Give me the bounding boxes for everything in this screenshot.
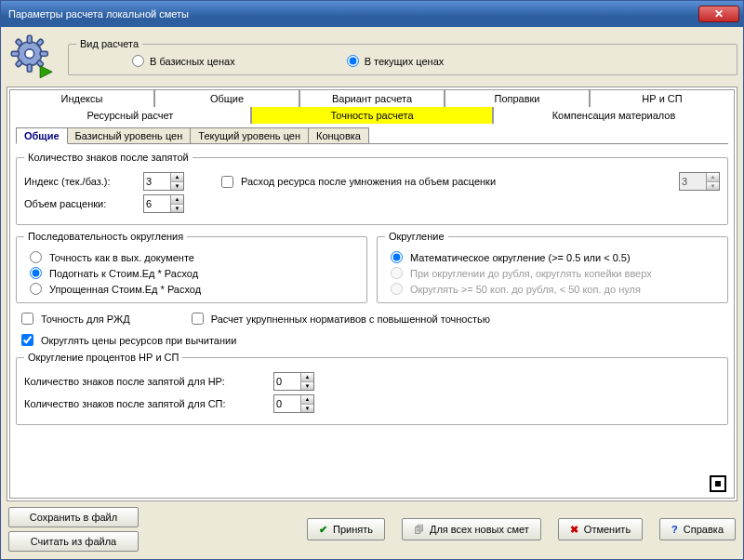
chk-ukrupn[interactable]: Расчет укрупненных нормативов с повышенн… — [192, 313, 490, 325]
tab-general[interactable]: Общие — [154, 89, 299, 107]
calc-type-basic[interactable]: В базисных ценах — [132, 55, 235, 67]
app-window: Параметры расчета локальной сметы ✕ — [0, 0, 744, 560]
seq-opt2[interactable]: Подогнать к Стоим.Ед * Расход — [30, 267, 359, 279]
nr-sp-fieldset: Округление процентов НР и СП Количество … — [16, 352, 728, 425]
question-icon: ? — [671, 524, 678, 535]
volume-spinner[interactable]: ▲▼ — [143, 194, 184, 213]
help-button[interactable]: ?Справка — [659, 518, 736, 540]
index-label: Индекс (тек./баз.): — [24, 176, 136, 187]
chk-round-prices[interactable]: Округлять цены ресурсов при вычитании — [21, 334, 728, 346]
window-title: Параметры расчета локальной сметы — [8, 8, 698, 20]
close-button[interactable]: ✕ — [698, 6, 739, 22]
round-opt1[interactable]: Математическое округление (>= 0.5 или < … — [391, 251, 720, 263]
round-opt2: При округлении до рубля, округлять копей… — [391, 267, 720, 279]
svg-rect-8 — [15, 60, 22, 67]
resource-spinner: ▲▼ — [679, 172, 720, 191]
document-icon: 🗐 — [414, 524, 424, 535]
subtab-basic-level[interactable]: Базисный уровень цен — [67, 127, 192, 143]
nr-label: Количество знаков после запятой для НР: — [24, 376, 266, 387]
nr-spinner[interactable]: ▲▼ — [273, 372, 314, 391]
accept-button[interactable]: ✔Принять — [307, 518, 385, 540]
index-spinner[interactable]: ▲▼ — [143, 172, 184, 191]
sp-label: Количество знаков после запятой для СП: — [24, 398, 266, 409]
rounding-seq-fieldset: Последовательность округления Точность к… — [16, 231, 367, 303]
tab-compensation[interactable]: Компенсация материалов — [493, 107, 735, 124]
subtab-current-level[interactable]: Текущий уровень цен — [190, 127, 309, 143]
for-all-new-button[interactable]: 🗐Для всех новых смет — [402, 518, 541, 540]
chk-rzhd[interactable]: Точность для РЖД — [21, 313, 130, 325]
main-tab-row2: Ресурсный расчет Точность расчета Компен… — [9, 107, 735, 124]
svg-marker-10 — [40, 66, 52, 78]
main-tab-row1: Индексы Общие Вариант расчета Поправки Н… — [9, 89, 735, 107]
seq-opt3[interactable]: Упрощенная Стоим.Ед * Расход — [30, 283, 359, 295]
sp-spinner[interactable]: ▲▼ — [273, 394, 314, 413]
svg-rect-3 — [11, 51, 19, 56]
titlebar: Параметры расчета локальной сметы ✕ — [1, 1, 743, 27]
spinner-arrows[interactable]: ▲▼ — [170, 195, 183, 212]
top-row: Вид расчета В базисных ценах В текущих ц… — [7, 31, 737, 83]
content: Вид расчета В базисных ценах В текущих ц… — [1, 27, 743, 559]
calc-type-legend: Вид расчета — [76, 38, 142, 49]
tab-corrections[interactable]: Поправки — [445, 89, 590, 107]
tab-variant[interactable]: Вариант расчета — [299, 89, 445, 107]
read-file-button[interactable]: Считать из файла — [8, 531, 139, 552]
svg-rect-7 — [36, 39, 44, 47]
tab-indices[interactable]: Индексы — [9, 89, 154, 107]
spinner-arrows[interactable]: ▲▼ — [300, 395, 313, 412]
main-tabs-container: Индексы Общие Вариант расчета Поправки Н… — [7, 87, 737, 501]
rounding-legend: Округление — [385, 231, 448, 242]
subtab-general[interactable]: Общие — [16, 127, 68, 144]
resize-icon[interactable] — [710, 475, 726, 492]
svg-point-9 — [25, 49, 34, 59]
tab-precision[interactable]: Точность расчета — [251, 107, 493, 124]
cancel-button[interactable]: ✖Отменить — [558, 518, 643, 540]
save-file-button[interactable]: Сохранить в файл — [8, 507, 139, 527]
spinner-arrows: ▲▼ — [706, 173, 719, 190]
rounding-seq-legend: Последовательность округления — [24, 231, 187, 242]
tab-nr-sp[interactable]: НР и СП — [590, 89, 735, 107]
tab-content: Общие Базисный уровень цен Текущий урове… — [9, 124, 735, 499]
subtab-row: Общие Базисный уровень цен Текущий урове… — [16, 127, 728, 144]
resource-checkbox[interactable]: Расход ресурса после умножения на объем … — [221, 176, 496, 188]
svg-rect-4 — [40, 51, 47, 56]
calc-type-fieldset: Вид расчета В базисных ценах В текущих ц… — [68, 38, 737, 75]
calc-type-current[interactable]: В текущих ценах — [347, 55, 445, 67]
svg-rect-1 — [27, 35, 32, 43]
decimals-legend: Количество знаков после запятой — [24, 152, 193, 163]
footer-buttons: Сохранить в файл Считать из файла ✔Приня… — [7, 505, 737, 553]
check-icon: ✔ — [319, 524, 327, 536]
svg-rect-2 — [27, 64, 32, 72]
svg-rect-5 — [15, 39, 22, 47]
decimals-fieldset: Количество знаков после запятой Индекс (… — [16, 152, 728, 225]
subtab-ending[interactable]: Концовка — [308, 127, 369, 143]
tab-resource-calc[interactable]: Ресурсный расчет — [9, 107, 251, 124]
settings-gear-icon — [7, 31, 59, 83]
seq-opt1[interactable]: Точность как в вых. документе — [30, 251, 359, 263]
rounding-fieldset: Округление Математическое округление (>=… — [377, 231, 728, 303]
spinner-arrows[interactable]: ▲▼ — [300, 373, 313, 390]
nr-sp-legend: Округление процентов НР и СП — [24, 352, 182, 363]
x-icon: ✖ — [570, 524, 578, 536]
spinner-arrows[interactable]: ▲▼ — [170, 173, 183, 190]
round-opt3: Округлять >= 50 коп. до рубля, < 50 коп.… — [391, 283, 720, 295]
volume-label: Объем расценки: — [24, 198, 136, 209]
